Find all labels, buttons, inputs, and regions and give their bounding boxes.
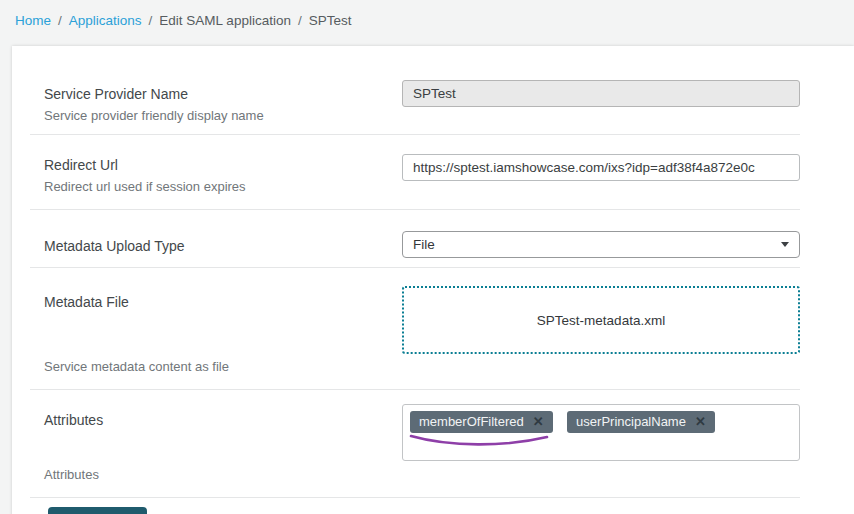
field-row-metadata-upload-type: Metadata Upload Type File (30, 210, 800, 268)
attribute-chip-label: userPrincipalName (576, 414, 686, 430)
attribute-chip-memberoffiltered: memberOfFiltered ✕ (410, 411, 553, 433)
redirect-url-label: Redirect Url (44, 157, 402, 173)
attribute-chip-userprincipalname: userPrincipalName ✕ (567, 411, 715, 433)
field-row-redirect-url: Redirect Url Redirect url used if sessio… (30, 135, 800, 210)
breadcrumb-link-applications[interactable]: Applications (69, 13, 142, 28)
bottom-action-button[interactable] (48, 507, 147, 514)
metadata-file-dropzone[interactable]: SPTest-metadata.xml (402, 286, 800, 354)
metadata-file-helper: Service metadata content as file (44, 359, 402, 375)
breadcrumb-separator: / (58, 13, 62, 28)
service-provider-name-label: Service Provider Name (44, 86, 402, 102)
breadcrumb-separator: / (298, 13, 302, 28)
close-icon[interactable]: ✕ (533, 415, 544, 429)
metadata-file-name: SPTest-metadata.xml (537, 313, 665, 328)
metadata-file-label: Metadata File (44, 294, 402, 310)
attributes-tag-input[interactable]: memberOfFiltered ✕ userPrincipalName ✕ (402, 404, 800, 461)
breadcrumb-separator: / (149, 13, 153, 28)
metadata-upload-type-select[interactable]: File (402, 231, 800, 258)
form-actions-row (30, 498, 800, 514)
field-row-service-provider-name: Service Provider Name Service provider f… (30, 46, 800, 135)
attributes-label: Attributes (44, 412, 402, 428)
breadcrumb-link-home[interactable]: Home (15, 13, 51, 28)
annotation-underline (405, 432, 555, 450)
service-provider-name-helper: Service provider friendly display name (44, 108, 402, 124)
redirect-url-helper: Redirect url used if session expires (44, 179, 402, 195)
attributes-helper: Attributes (44, 467, 402, 483)
chevron-down-icon (781, 242, 789, 247)
field-row-metadata-file: Metadata File Service metadata content a… (30, 268, 800, 390)
edit-saml-application-form: Service Provider Name Service provider f… (12, 46, 854, 514)
field-row-attributes: Attributes Attributes memberOfFiltered ✕… (30, 390, 800, 498)
metadata-upload-type-label: Metadata Upload Type (44, 238, 402, 254)
attribute-chip-label: memberOfFiltered (419, 414, 524, 430)
breadcrumb-edit-saml-application: Edit SAML application (159, 13, 291, 28)
breadcrumb-sptest: SPTest (309, 13, 352, 28)
breadcrumb: Home/Applications/Edit SAML application/… (15, 13, 351, 28)
service-provider-name-input[interactable] (402, 80, 800, 107)
redirect-url-input[interactable] (402, 154, 800, 181)
metadata-upload-type-selected-value: File (413, 237, 435, 252)
close-icon[interactable]: ✕ (695, 415, 706, 429)
